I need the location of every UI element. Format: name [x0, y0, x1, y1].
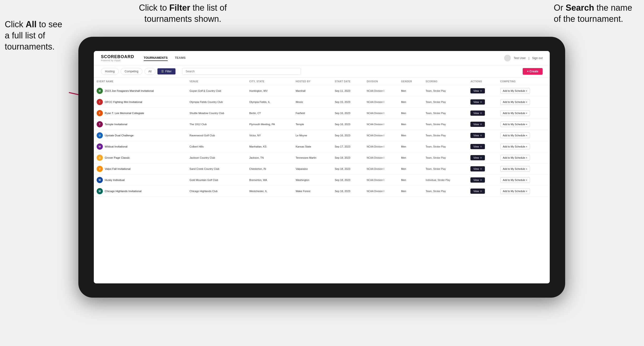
hosting-tab[interactable]: Hosting — [101, 68, 119, 75]
create-button[interactable]: + Create — [523, 68, 542, 75]
annotation-top-left: Click All to see a full list of tourname… — [5, 19, 66, 52]
view-button-8[interactable]: View ⊙ — [470, 177, 485, 182]
view-button-6[interactable]: View ⊙ — [470, 155, 485, 160]
cell-division-0: NCAA Division I — [364, 85, 398, 97]
cell-start-date-7: Sep 18, 2023 — [332, 164, 364, 174]
cell-actions-5: View ⊙ — [468, 141, 497, 152]
search-input[interactable] — [182, 68, 301, 75]
cell-scoring-9: Team, Stroke Play — [423, 186, 468, 197]
view-button-4[interactable]: View ⊙ — [470, 133, 485, 138]
add-schedule-button-7[interactable]: Add to My Schedule + — [500, 166, 530, 172]
cell-event-name-5: W Wildcat Invitational — [94, 141, 187, 152]
cell-hosted-by-9: Wake Forest — [293, 186, 332, 197]
filter-button[interactable]: ☰ Filter — [158, 68, 176, 74]
view-button-1[interactable]: View ⊙ — [470, 99, 485, 105]
nav-tournaments[interactable]: TOURNAMENTS — [144, 55, 168, 61]
view-button-5[interactable]: View ⊙ — [470, 144, 485, 149]
cell-start-date-5: Sep 17, 2023 — [332, 141, 364, 152]
team-icon-5: W — [97, 144, 103, 150]
event-name-text-9: Chicago Highlands Invitational — [105, 190, 142, 192]
cell-start-date-8: Sep 18, 2023 — [332, 174, 364, 186]
event-name-text-8: Husky Individual — [105, 178, 125, 181]
cell-scoring-5: Team, Stroke Play — [423, 141, 468, 152]
cell-event-name-7: V Valpo Fall Invitational — [94, 164, 187, 174]
cell-venue-6: Jackson Country Club — [187, 152, 246, 164]
cell-venue-4: Ravenwood Golf Club — [187, 130, 246, 141]
table-row: T Temple Invitational The 1912 Club Plym… — [94, 119, 550, 130]
cell-scoring-6: Team, Stroke Play — [423, 152, 468, 164]
cell-start-date-9: Sep 18, 2023 — [332, 186, 364, 197]
add-schedule-button-2[interactable]: Add to My Schedule + — [500, 110, 530, 116]
table-container: EVENT NAME VENUE CITY, STATE HOSTED BY S… — [94, 78, 550, 283]
cell-gender-6: Men — [398, 152, 423, 164]
view-button-0[interactable]: View ⊙ — [470, 88, 485, 93]
event-name-text-2: Ryan T. Lee Memorial Collegiate — [105, 112, 144, 115]
add-schedule-button-3[interactable]: Add to My Schedule + — [500, 121, 530, 127]
event-name-text-6: Grover Page Classic — [105, 156, 130, 159]
cell-gender-2: Men — [398, 108, 423, 119]
view-button-3[interactable]: View ⊙ — [470, 122, 485, 127]
tablet-frame: SCOREBOARD Powered by clippd TOURNAMENTS… — [78, 37, 565, 298]
add-schedule-button-8[interactable]: Add to My Schedule + — [500, 177, 530, 183]
cell-division-5: NCAA Division I — [364, 141, 398, 152]
cell-event-name-4: U Upstate Dual Challenge — [94, 130, 187, 141]
table-row: I OFCC Fighting Illini Invitational Olym… — [94, 97, 550, 108]
cell-competing-9: Add to My Schedule + — [498, 186, 550, 197]
event-name-text-1: OFCC Fighting Illini Invitational — [105, 101, 142, 103]
cell-actions-1: View ⊙ — [468, 97, 497, 108]
cell-actions-3: View ⊙ — [468, 119, 497, 130]
view-icon-0: ⊙ — [480, 90, 482, 92]
view-icon-2: ⊙ — [480, 112, 482, 114]
add-schedule-button-5[interactable]: Add to My Schedule + — [500, 144, 530, 149]
table-header-row: EVENT NAME VENUE CITY, STATE HOSTED BY S… — [94, 78, 550, 85]
all-tab[interactable]: All — [144, 68, 156, 75]
cell-start-date-6: Sep 18, 2023 — [332, 152, 364, 164]
add-schedule-button-6[interactable]: Add to My Schedule + — [500, 155, 530, 161]
view-icon-3: ⊙ — [480, 123, 482, 126]
team-icon-7: V — [97, 166, 103, 172]
add-schedule-button-4[interactable]: Add to My Schedule + — [500, 133, 530, 138]
add-schedule-button-0[interactable]: Add to My Schedule + — [500, 88, 530, 94]
cell-city-state-3: Plymouth Meeting, PA — [246, 119, 293, 130]
event-name-text-5: Wildcat Invitational — [105, 145, 128, 148]
col-scoring: SCORING — [423, 78, 468, 85]
table-row: W Husky Individual Gold Mountain Golf Cl… — [94, 174, 550, 186]
add-schedule-button-9[interactable]: Add to My Schedule + — [500, 188, 530, 194]
cell-actions-2: View ⊙ — [468, 108, 497, 119]
view-button-7[interactable]: View ⊙ — [470, 166, 485, 172]
table-row: F Ryan T. Lee Memorial Collegiate Shuttl… — [94, 108, 550, 119]
nav-teams[interactable]: TEAMS — [175, 55, 186, 61]
cell-competing-0: Add to My Schedule + — [498, 85, 550, 97]
cell-scoring-1: Team, Stroke Play — [423, 97, 468, 108]
team-icon-1: I — [97, 99, 103, 105]
cell-scoring-8: Individual, Stroke Play — [423, 174, 468, 186]
view-icon-9: ⊙ — [480, 190, 482, 192]
filter-bar: Hosting Competing All ☰ Filter + Create — [94, 65, 550, 78]
nav-links: TOURNAMENTS TEAMS — [144, 55, 504, 61]
view-button-9[interactable]: View ⊙ — [470, 188, 485, 194]
cell-gender-8: Men — [398, 174, 423, 186]
cell-city-state-0: Huntington, WV — [246, 85, 293, 97]
col-gender: GENDER — [398, 78, 423, 85]
view-button-2[interactable]: View ⊙ — [470, 111, 485, 116]
cell-hosted-by-4: Le Moyne — [293, 130, 332, 141]
table-row: W Chicago Highlands Invitational Chicago… — [94, 186, 550, 197]
col-venue: VENUE — [187, 78, 246, 85]
cell-city-state-2: Berlin, CT — [246, 108, 293, 119]
add-schedule-button-1[interactable]: Add to My Schedule + — [500, 99, 530, 105]
table-row: G Grover Page Classic Jackson Country Cl… — [94, 152, 550, 164]
cell-division-2: NCAA Division I — [364, 108, 398, 119]
cell-division-8: NCAA Division I — [364, 174, 398, 186]
cell-city-state-4: Victor, NY — [246, 130, 293, 141]
cell-venue-2: Shuttle Meadow Country Club — [187, 108, 246, 119]
view-icon-5: ⊙ — [480, 145, 482, 148]
cell-city-state-6: Jackson, TN — [246, 152, 293, 164]
team-icon-0: M — [97, 88, 103, 94]
sign-out-link[interactable]: Sign out — [532, 56, 542, 60]
competing-tab[interactable]: Competing — [121, 68, 142, 75]
cell-venue-7: Sand Creek Country Club — [187, 164, 246, 174]
col-event-name: EVENT NAME — [94, 78, 187, 85]
table-row: V Valpo Fall Invitational Sand Creek Cou… — [94, 164, 550, 174]
cell-event-name-1: I OFCC Fighting Illini Invitational — [94, 97, 187, 108]
cell-venue-3: The 1912 Club — [187, 119, 246, 130]
